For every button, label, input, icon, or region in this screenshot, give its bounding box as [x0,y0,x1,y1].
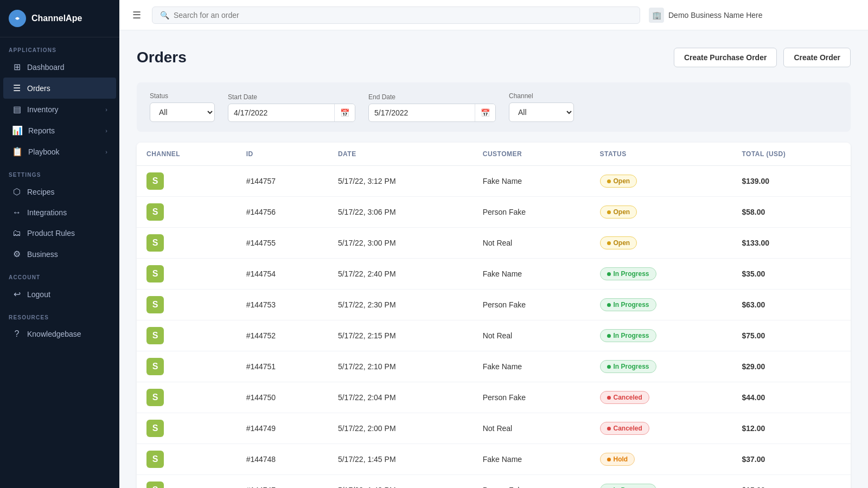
status-dot-5 [607,334,611,338]
cell-date-3: 5/17/22, 2:40 PM [328,259,473,290]
shopify-icon-7: S [146,389,164,406]
col-customer: Customer [473,143,590,166]
start-date-filter-group: Start Date 📅 [228,93,355,122]
sidebar-item-label-product-rules: Product Rules [27,229,75,237]
sidebar: ChannelApe Applications ⊞ Dashboard ☰ Or… [0,0,119,488]
col-date: Date [328,143,473,166]
cell-id-1: #144756 [237,197,328,228]
start-date-calendar-icon[interactable]: 📅 [334,104,355,121]
status-dot-2 [607,241,611,245]
cell-status-2: Open [590,228,732,259]
table-row[interactable]: S #144756 5/17/22, 3:06 PM Person Fake O… [137,197,851,228]
sidebar-item-label-dashboard: Dashboard [27,63,65,72]
shopify-icon-3: S [146,265,164,282]
search-input[interactable] [174,11,632,20]
table-row[interactable]: S #144747 5/17/22, 1:43 PM Person Fake I… [137,475,851,489]
shopify-icon-8: S [146,420,164,437]
cell-customer-9: Fake Name [473,444,590,475]
shopify-icon-9: S [146,451,164,468]
status-filter-group: Status All Open In Progress Canceled Hol… [150,92,215,122]
status-dot-3 [607,272,611,276]
status-badge-2: Open [600,236,637,249]
cell-status-6: In Progress [590,351,732,382]
col-id: ID [237,143,328,166]
orders-icon: ☰ [12,83,22,93]
status-badge-3: In Progress [600,267,656,280]
end-date-calendar-icon[interactable]: 📅 [475,104,495,121]
start-date-input[interactable] [228,104,334,121]
main-content: ☰ 🔍 🏢 Demo Business Name Here Orders Cre… [119,0,868,488]
cell-status-5: In Progress [590,320,732,351]
cell-channel-9: S [137,444,237,475]
topbar-right: 🏢 Demo Business Name Here [649,8,763,23]
sidebar-item-business[interactable]: ⚙ Business [3,243,116,265]
sidebar-item-inventory[interactable]: ▤ Inventory › [3,99,116,120]
cell-total-9: $37.00 [732,444,851,475]
sidebar-item-product-rules[interactable]: 🗂 Product Rules [3,223,116,243]
cell-id-5: #144752 [237,320,328,351]
cell-total-5: $75.00 [732,320,851,351]
sidebar-item-logout[interactable]: ↩ Logout [3,284,116,305]
sidebar-item-label-logout: Logout [27,290,50,299]
channel-filter-select[interactable]: All Shopify [509,102,574,122]
sidebar-item-label-playbook: Playbook [28,147,60,156]
sidebar-item-integrations[interactable]: ↔ Integrations [3,202,116,223]
table-body: S #144757 5/17/22, 3:12 PM Fake Name Ope… [137,166,851,489]
table-row[interactable]: S #144751 5/17/22, 2:10 PM Fake Name In … [137,351,851,382]
business-icon: ⚙ [12,249,22,259]
cell-date-1: 5/17/22, 3:06 PM [328,197,473,228]
status-badge-9: Hold [600,453,635,466]
sidebar-item-reports[interactable]: 📊 Reports › [3,120,116,141]
table-row[interactable]: S #144750 5/17/22, 2:04 PM Person Fake C… [137,382,851,413]
sidebar-item-label-reports: Reports [28,126,55,135]
table-row[interactable]: S #144752 5/17/22, 2:15 PM Not Real In P… [137,320,851,351]
status-filter-label: Status [150,92,215,100]
cell-channel-7: S [137,382,237,413]
table-row[interactable]: S #144755 5/17/22, 3:00 PM Not Real Open… [137,228,851,259]
sidebar-item-playbook[interactable]: 📋 Playbook › [3,141,116,162]
search-icon: 🔍 [160,11,169,20]
sidebar-item-recipes[interactable]: ⬡ Recipes [3,181,116,202]
cell-status-7: Canceled [590,382,732,413]
end-date-filter-group: End Date 📅 [368,93,496,122]
sidebar-item-orders[interactable]: ☰ Orders [3,78,116,99]
status-badge-7: Canceled [600,391,649,404]
cell-total-1: $58.00 [732,197,851,228]
sidebar-section-resources: Resources [0,305,119,324]
create-order-button[interactable]: Create Order [783,48,851,67]
sidebar-item-dashboard[interactable]: ⊞ Dashboard [3,56,116,78]
menu-toggle-button[interactable]: ☰ [130,7,143,23]
cell-channel-10: S [137,475,237,489]
status-dot-8 [607,427,611,431]
status-badge-0: Open [600,175,637,188]
cell-id-10: #144747 [237,475,328,489]
table-row[interactable]: S #144753 5/17/22, 2:30 PM Person Fake I… [137,290,851,320]
cell-customer-10: Person Fake [473,475,590,489]
status-badge-4: In Progress [600,298,656,311]
table-row[interactable]: S #144749 5/17/22, 2:00 PM Not Real Canc… [137,413,851,444]
orders-table: Channel ID Date Customer Status Total (U… [137,143,851,488]
cell-id-7: #144750 [237,382,328,413]
cell-total-3: $35.00 [732,259,851,290]
cell-date-0: 5/17/22, 3:12 PM [328,166,473,197]
cell-status-8: Canceled [590,413,732,444]
table-row[interactable]: S #144754 5/17/22, 2:40 PM Fake Name In … [137,259,851,290]
cell-id-4: #144753 [237,290,328,320]
business-name: Demo Business Name Here [668,11,763,20]
search-bar: 🔍 [152,7,640,24]
logo-icon [9,10,26,27]
table-row[interactable]: S #144757 5/17/22, 3:12 PM Fake Name Ope… [137,166,851,197]
create-purchase-order-button[interactable]: Create Purchase Order [674,48,777,67]
cell-date-9: 5/17/22, 1:45 PM [328,444,473,475]
status-filter-select[interactable]: All Open In Progress Canceled Hold [150,102,215,122]
end-date-input[interactable] [369,104,475,121]
cell-customer-5: Not Real [473,320,590,351]
inventory-icon: ▤ [12,104,22,114]
cell-total-6: $29.00 [732,351,851,382]
cell-channel-2: S [137,228,237,259]
table-row[interactable]: S #144748 5/17/22, 1:45 PM Fake Name Hol… [137,444,851,475]
sidebar-item-knowledgebase[interactable]: ? Knowledgebase [3,324,116,344]
shopify-icon-5: S [146,327,164,344]
channel-filter-group: Channel All Shopify [509,92,574,122]
cell-date-5: 5/17/22, 2:15 PM [328,320,473,351]
